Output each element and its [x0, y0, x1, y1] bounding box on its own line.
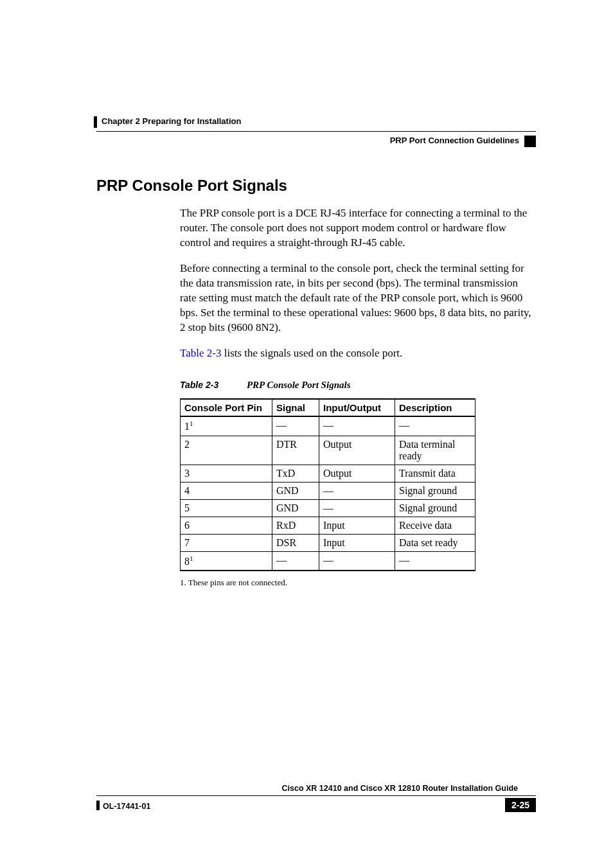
table-row: 3 TxD Output Transmit data — [181, 465, 475, 482]
cell-signal: GND — [272, 482, 319, 499]
cell-signal: RxD — [272, 517, 319, 534]
cell-io: Output — [319, 465, 395, 482]
cell-signal: — — [272, 416, 319, 436]
signal-table: Console Port Pin Signal Input/Output Des… — [180, 398, 475, 571]
cell-pin: 6 — [181, 517, 272, 534]
cell-pin: 8 — [184, 556, 190, 567]
cell-pin: 3 — [181, 465, 272, 482]
cell-desc: Transmit data — [395, 465, 475, 482]
cell-desc: — — [395, 416, 475, 436]
footer-book-title: Cisco XR 12410 and Cisco XR 12810 Router… — [282, 784, 518, 793]
paragraph: Table 2-3 lists the signals used on the … — [180, 346, 536, 361]
table-row: 7 DSR Input Data set ready — [181, 534, 475, 551]
table-header-row: Console Port Pin Signal Input/Output Des… — [181, 399, 475, 416]
page-footer: Cisco XR 12410 and Cisco XR 12810 Router… — [96, 795, 536, 796]
cell-signal: DTR — [272, 436, 319, 465]
cell-desc: Signal ground — [395, 482, 475, 499]
cell-desc: — — [395, 551, 475, 571]
cell-pin: 7 — [181, 534, 272, 551]
paragraph: The PRP console port is a DCE RJ-45 inte… — [180, 206, 536, 251]
cell-signal: TxD — [272, 465, 319, 482]
table-caption: Table 2-3 PRP Console Port Signals — [180, 380, 536, 391]
page-number: 2-25 — [505, 798, 536, 812]
cell-io: — — [319, 482, 395, 499]
table-footnote: 1. These pins are not connected. — [180, 578, 536, 588]
cell-pin: 2 — [181, 436, 272, 465]
cell-signal: DSR — [272, 534, 319, 551]
col-header-signal: Signal — [272, 399, 319, 416]
cell-io: — — [319, 499, 395, 517]
paragraph: Before connecting a terminal to the cons… — [180, 261, 536, 335]
table-row: 4 GND — Signal ground — [181, 482, 475, 499]
table-row: 2 DTR Output Data terminal ready — [181, 436, 475, 465]
cell-io: — — [319, 416, 395, 436]
cell-desc: Data terminal ready — [395, 436, 475, 465]
section-title: PRP Console Port Signals — [96, 177, 536, 195]
footer-rule — [96, 795, 536, 796]
table-row: 81 — — — — [181, 551, 475, 571]
table-row: 11 — — — — [181, 416, 475, 436]
table-row: 5 GND — Signal ground — [181, 499, 475, 517]
cell-pin: 5 — [181, 499, 272, 517]
table-row: 6 RxD Input Receive data — [181, 517, 475, 534]
cell-pin: 4 — [181, 482, 272, 499]
footer-docnum: OL-17441-01 — [103, 802, 150, 811]
table-caption-ref: Table 2-3 — [180, 380, 218, 390]
cell-signal: GND — [272, 499, 319, 517]
cell-signal: — — [272, 551, 319, 571]
table-caption-title: PRP Console Port Signals — [247, 380, 351, 390]
cell-io: Output — [319, 436, 395, 465]
paragraph-text: lists the signals used on the console po… — [221, 347, 402, 359]
col-header-pin: Console Port Pin — [181, 399, 272, 416]
footer-marker-left — [96, 801, 100, 810]
cell-io: — — [319, 551, 395, 571]
table-cross-reference-link[interactable]: Table 2-3 — [180, 347, 221, 359]
cell-superscript: 1 — [190, 554, 193, 562]
cell-superscript: 1 — [190, 420, 193, 427]
cell-io: Input — [319, 517, 395, 534]
cell-pin: 1 — [184, 421, 190, 432]
col-header-io: Input/Output — [319, 399, 395, 416]
col-header-desc: Description — [395, 399, 475, 416]
cell-desc: Receive data — [395, 517, 475, 534]
cell-desc: Signal ground — [395, 499, 475, 517]
cell-io: Input — [319, 534, 395, 551]
cell-desc: Data set ready — [395, 534, 475, 551]
